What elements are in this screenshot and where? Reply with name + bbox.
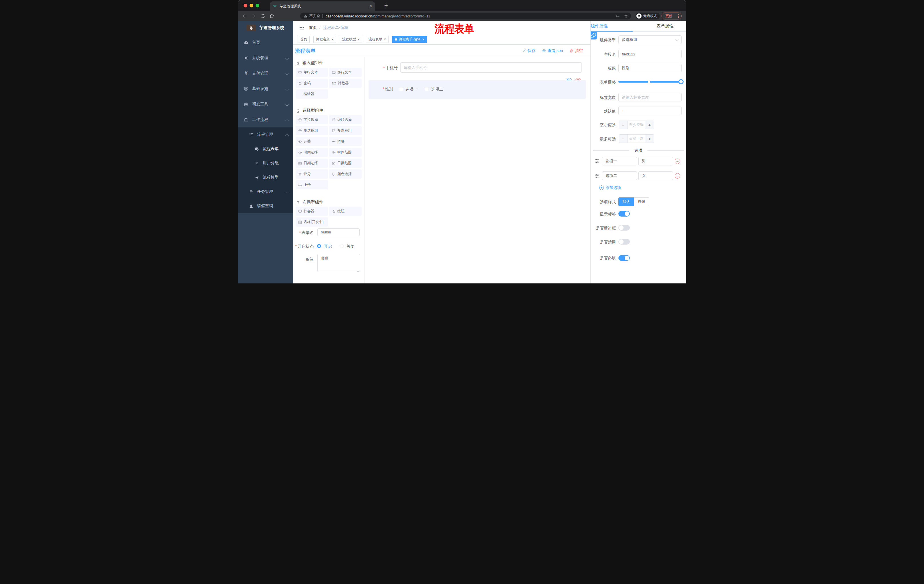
component-radio-group[interactable]: 单选框组 (295, 126, 328, 135)
browser-update-button[interactable]: 更新 (662, 13, 681, 20)
window-close-button[interactable] (244, 4, 247, 7)
tab-close-icon[interactable]: × (370, 4, 372, 8)
browser-tab[interactable]: 芋道管理系统 × (270, 2, 375, 11)
option1-checkbox[interactable] (399, 87, 403, 91)
form-remark-textarea[interactable]: 嘿嘿 (317, 254, 360, 272)
type-select[interactable]: 多选框组 (619, 35, 681, 44)
new-tab-button[interactable]: + (384, 2, 388, 10)
view-json-button[interactable]: 查看json (542, 48, 563, 53)
reload-icon[interactable] (260, 13, 265, 18)
increase-button[interactable]: + (645, 135, 654, 143)
save-button[interactable]: 保存 (522, 48, 535, 53)
component-rate[interactable]: 评分 (295, 169, 328, 179)
slider-handle[interactable] (678, 79, 683, 84)
add-option-button[interactable]: + 添加选项 (599, 185, 621, 190)
grid-slider[interactable] (619, 81, 682, 82)
default-value-input[interactable] (619, 107, 681, 115)
component-select[interactable]: 下拉选择 (295, 115, 328, 124)
status-off-label[interactable]: 关闭 (346, 244, 355, 249)
status-on-label[interactable]: 开启 (324, 244, 332, 249)
close-icon[interactable]: × (384, 38, 386, 41)
sidebar-item-workflow[interactable]: 工作流程 (238, 112, 293, 127)
tag-process-form[interactable]: 流程表单× (366, 36, 389, 43)
component-slider[interactable]: 滑块 (329, 137, 361, 146)
option1-label-input[interactable] (602, 157, 637, 165)
sidebar-logo[interactable]: 芋道管理系统 (238, 21, 293, 35)
tab-component-props[interactable]: 组件属性 (591, 23, 630, 29)
hamburger-icon[interactable] (299, 25, 304, 30)
not-secure-label[interactable]: 不安全 (309, 14, 320, 18)
tag-process-definition[interactable]: 流程定义× (314, 36, 336, 43)
close-icon[interactable]: × (358, 38, 360, 41)
disabled-toggle[interactable] (619, 239, 630, 245)
component-table[interactable]: 表格[开发中] (295, 217, 328, 227)
sidebar-item-devtools[interactable]: 研发工具 (238, 97, 293, 112)
window-minimize-button[interactable] (249, 4, 253, 7)
component-checkbox-group[interactable]: 多选框组 (329, 126, 361, 135)
show-label-toggle[interactable] (619, 211, 630, 217)
sidebar-item-process-form[interactable]: 流程表单 (238, 142, 293, 156)
component-switch[interactable]: 开关 (295, 137, 328, 146)
bookmark-star-icon[interactable] (624, 14, 628, 18)
component-editor[interactable]: 编辑器 (295, 89, 328, 99)
option2-value-input[interactable] (639, 171, 673, 180)
sidebar-item-leave-query[interactable]: 请假查询 (238, 199, 293, 213)
option2-label-input[interactable] (602, 171, 637, 180)
sidebar-item-infra[interactable]: 基础设施 (238, 81, 293, 97)
sidebar-item-payment[interactable]: ¥ 支付管理 (238, 66, 293, 81)
drag-handle-icon[interactable] (595, 173, 600, 178)
sidebar-item-home[interactable]: 首页 (238, 35, 293, 50)
decrease-button[interactable]: − (619, 135, 628, 143)
close-icon[interactable]: × (422, 38, 424, 41)
component-time-picker[interactable]: 时间选择 (295, 148, 328, 157)
component-date-picker[interactable]: 日期选择 (295, 159, 328, 168)
component-multi-text[interactable]: 多行文本 (329, 68, 361, 77)
increase-button[interactable]: + (645, 121, 654, 129)
field-name-input[interactable] (619, 50, 681, 58)
component-password[interactable]: 密码 (295, 79, 328, 88)
clear-button[interactable]: 清空 (569, 48, 583, 53)
form-name-input[interactable] (317, 228, 360, 236)
window-zoom-button[interactable] (256, 4, 259, 7)
status-on-radio[interactable] (317, 244, 321, 248)
required-toggle[interactable] (619, 255, 630, 261)
phone-field-input[interactable] (400, 62, 582, 72)
option2-label[interactable]: 选项二 (431, 87, 443, 92)
option2-checkbox[interactable] (425, 87, 429, 91)
drag-handle-icon[interactable] (595, 159, 600, 164)
close-icon[interactable]: × (332, 38, 333, 41)
status-off-radio[interactable] (340, 244, 344, 248)
forward-icon[interactable] (251, 13, 256, 18)
option1-value-input[interactable] (639, 157, 673, 165)
component-color-picker[interactable]: 颜色选择 (329, 169, 361, 179)
max-select-input[interactable]: 最多可选 (628, 135, 645, 143)
address-bar[interactable]: 不安全 dashboard.yudao.iocoder.cn/bpm/manag… (300, 13, 631, 20)
component-single-text[interactable]: 单行文本 (295, 68, 328, 77)
style-button-button[interactable]: 按钮 (634, 197, 649, 206)
decrease-button[interactable]: − (619, 121, 628, 129)
component-time-range[interactable]: 时间范围 (329, 148, 361, 157)
selected-component[interactable]: *性别 选项一 选项二 (368, 80, 586, 99)
tab-form-props[interactable]: 表单属性 (645, 23, 685, 29)
component-row-container[interactable]: 行容器 (295, 207, 328, 216)
component-button[interactable]: 按钮 (329, 207, 361, 216)
sidebar-item-process-mgmt[interactable]: 流程管理 (238, 127, 293, 142)
tag-home[interactable]: 首页 (298, 36, 310, 43)
home-icon[interactable] (269, 13, 274, 18)
sidebar-item-process-model[interactable]: 流程模型 (238, 170, 293, 184)
style-default-button[interactable]: 默认 (619, 197, 634, 206)
password-key-icon[interactable] (615, 14, 620, 18)
sidebar-item-task-mgmt[interactable]: 任务管理 (238, 184, 293, 199)
tag-process-form-edit[interactable]: 流程表单-编辑× (392, 36, 427, 43)
remove-option-button[interactable]: − (675, 159, 680, 164)
min-select-input[interactable]: 至少应选 (628, 121, 645, 129)
sidebar-item-system[interactable]: 系统管理 (238, 50, 293, 66)
breadcrumb-home[interactable]: 首页 (309, 25, 317, 30)
border-toggle[interactable] (619, 225, 630, 230)
component-upload[interactable]: 上传 (295, 180, 328, 189)
component-date-range[interactable]: 日期范围 (329, 159, 361, 168)
option1-label[interactable]: 选项一 (405, 87, 417, 92)
label-width-input[interactable] (619, 93, 681, 102)
component-cascader[interactable]: 级联选择 (329, 115, 361, 124)
component-counter[interactable]: 123计数器 (329, 79, 361, 88)
